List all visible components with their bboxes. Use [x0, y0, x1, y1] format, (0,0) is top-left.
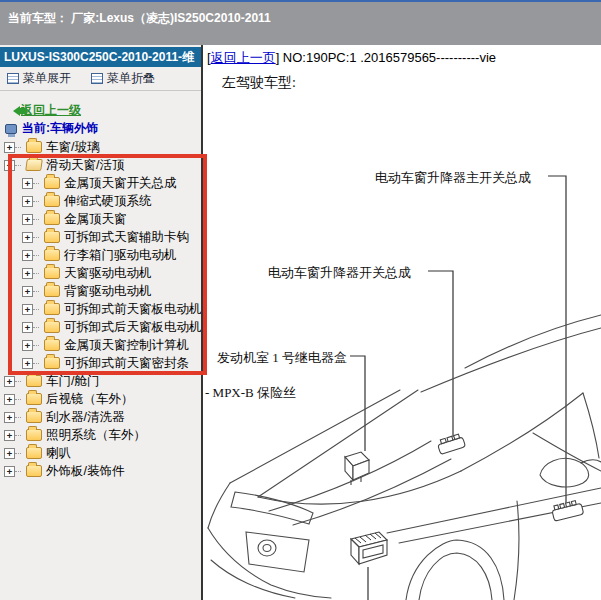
menu-collapse-button[interactable]: 菜单折叠 [91, 70, 155, 87]
folder-icon [26, 447, 42, 459]
tree-item-label[interactable]: 天窗驱动电动机 [64, 265, 152, 282]
folder-icon [44, 303, 60, 315]
tree-item-7[interactable]: + 天窗驱动电动机 [0, 264, 201, 282]
tree-connector [15, 399, 21, 400]
tree-item-label[interactable]: 刮水器/清洗器 [46, 409, 124, 426]
tree-item-label[interactable]: 金属顶天窗控制计算机 [64, 337, 189, 354]
master-switch-component [551, 499, 584, 521]
expand-toggle-icon[interactable]: + [22, 286, 33, 297]
folder-icon [44, 285, 60, 297]
expand-toggle-icon[interactable]: + [4, 412, 15, 423]
doc-info: NO:190PC:1 .2016579565----------vie [279, 50, 496, 65]
tree-item-12[interactable]: + 可拆卸式前天窗密封条 [0, 354, 201, 372]
list-icon [91, 73, 103, 84]
tree-connector [15, 381, 21, 382]
tree-item-10[interactable]: + 可拆卸式后天窗板电动机 [0, 318, 201, 336]
callout-window-switch: 电动车窗升降器开关总成 [268, 264, 411, 282]
menu-expand-button[interactable]: 菜单展开 [7, 70, 71, 87]
expand-toggle-icon[interactable]: + [22, 322, 33, 333]
tree-item-9[interactable]: + 可拆卸式前天窗板电动机 [0, 300, 201, 318]
folder-icon [44, 339, 60, 351]
folder-icon [26, 141, 42, 153]
tree-connector [33, 345, 39, 346]
tree-connector [33, 327, 39, 328]
tree-item-6[interactable]: + 行李箱门驱动电动机 [0, 246, 201, 264]
tree-connector [15, 165, 21, 166]
tree-item-2[interactable]: + 金属顶天窗开关总成 [0, 174, 201, 192]
tree-item-0[interactable]: + 车窗/玻璃 [0, 138, 201, 156]
tree-item-1[interactable]: − 滑动天窗/活顶 [0, 156, 201, 174]
folder-icon [44, 357, 60, 369]
tree-item-label[interactable]: 可拆卸式天窗辅助卡钩 [64, 229, 189, 246]
tree-item-18[interactable]: + 外饰板/装饰件 [0, 462, 201, 480]
expand-toggle-icon[interactable]: + [4, 466, 15, 477]
tree-item-label[interactable]: 伸缩式硬顶系统 [64, 193, 152, 210]
tree-item-14[interactable]: + 后视镜（车外） [0, 390, 201, 408]
current-model-bar: 当前车型： 厂家:Lexus（凌志)IS250C2010-2011 [0, 0, 601, 45]
computer-icon [5, 124, 17, 134]
tree-item-label[interactable]: 可拆卸式后天窗板电动机 [64, 319, 202, 336]
back-up-level-link[interactable]: 返回上一级 [8, 102, 81, 119]
expand-toggle-icon[interactable]: + [22, 178, 33, 189]
tree-connector [33, 363, 39, 364]
tree-item-label[interactable]: 车门/舱门 [46, 373, 99, 390]
tree-item-label[interactable]: 金属顶天窗 [64, 211, 127, 228]
tree-connector [15, 471, 21, 472]
tree-item-label[interactable]: 照明系统（车外） [46, 427, 146, 444]
tree-item-8[interactable]: + 背窗驱动电动机 [0, 282, 201, 300]
tree-item-15[interactable]: + 刮水器/清洗器 [0, 408, 201, 426]
tree-item-label[interactable]: 背窗驱动电动机 [64, 283, 152, 300]
expand-toggle-icon[interactable]: + [4, 376, 15, 387]
expand-toggle-icon[interactable]: − [4, 160, 15, 171]
tree-item-17[interactable]: + 喇叭 [0, 444, 201, 462]
tree-connector [33, 237, 39, 238]
tree-item-label[interactable]: 金属顶天窗开关总成 [64, 175, 177, 192]
tree-item-3[interactable]: + 伸缩式硬顶系统 [0, 192, 201, 210]
expand-toggle-icon[interactable]: + [22, 358, 33, 369]
window-switch-component [436, 433, 465, 454]
folder-icon [26, 375, 42, 387]
expand-toggle-icon[interactable]: + [22, 250, 33, 261]
expand-toggle-icon[interactable]: + [22, 196, 33, 207]
tree-connector [15, 453, 21, 454]
expand-toggle-icon[interactable]: + [4, 142, 15, 153]
tree-item-5[interactable]: + 可拆卸式天窗辅助卡钩 [0, 228, 201, 246]
sidebar: LUXUS-IS300C250C-2010-2011-维 菜单展开 菜单折叠 返… [0, 45, 201, 600]
folder-icon [44, 231, 60, 243]
tree-item-13[interactable]: + 车门/舱门 [0, 372, 201, 390]
folder-icon [26, 393, 42, 405]
tree-connector [15, 435, 21, 436]
callout-master-switch: 电动车窗升降器主开关总成 [375, 169, 531, 187]
expand-toggle-icon[interactable]: + [22, 340, 33, 351]
tree-connector [33, 273, 39, 274]
tree-connector [33, 183, 39, 184]
panel-divider [201, 45, 203, 600]
tree-item-label[interactable]: 行李箱门驱动电动机 [64, 247, 177, 264]
menu-expand-label: 菜单展开 [23, 70, 71, 87]
back-previous-page-link[interactable]: 返回上一页 [211, 50, 276, 65]
tree-item-label[interactable]: 喇叭 [46, 445, 71, 462]
back-up-level-label: 返回上一级 [21, 102, 81, 119]
expand-toggle-icon[interactable]: + [4, 448, 15, 459]
tree-connector [15, 417, 21, 418]
fuse-box-component [351, 532, 387, 564]
tree-item-label[interactable]: 可拆卸式前天窗密封条 [64, 355, 189, 372]
tree-item-label[interactable]: 外饰板/装饰件 [46, 463, 124, 480]
expand-toggle-icon[interactable]: + [22, 304, 33, 315]
tree-item-11[interactable]: + 金属顶天窗控制计算机 [0, 336, 201, 354]
tree-item-4[interactable]: + 金属顶天窗 [0, 210, 201, 228]
expand-toggle-icon[interactable]: + [22, 268, 33, 279]
tree-item-label[interactable]: 可拆卸式前天窗板电动机 [64, 301, 202, 318]
tree-item-label[interactable]: 车窗/玻璃 [46, 139, 99, 156]
expand-toggle-icon[interactable]: + [4, 394, 15, 405]
tree-item-16[interactable]: + 照明系统（车外） [0, 426, 201, 444]
tree-item-label[interactable]: 滑动天窗/活顶 [46, 157, 124, 174]
menu-collapse-label: 菜单折叠 [107, 70, 155, 87]
expand-toggle-icon[interactable]: + [22, 232, 33, 243]
folder-icon [25, 159, 43, 171]
folder-icon [44, 267, 60, 279]
sidebar-title: LUXUS-IS300C250C-2010-2011-维 [0, 47, 201, 67]
expand-toggle-icon[interactable]: + [22, 214, 33, 225]
tree-item-label[interactable]: 后视镜（车外） [46, 391, 134, 408]
expand-toggle-icon[interactable]: + [4, 430, 15, 441]
